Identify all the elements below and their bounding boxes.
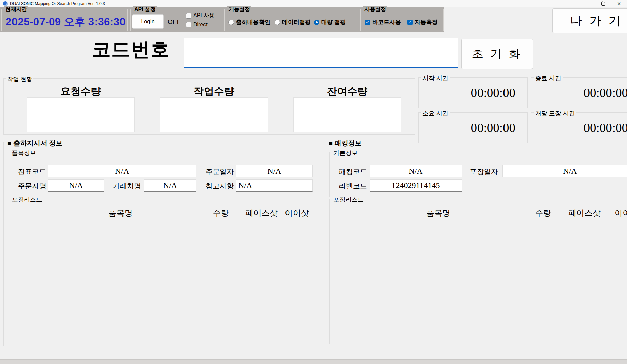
basic-info-legend: 기본정보 [332,149,359,157]
barcode-use-checkbox-row[interactable]: ✓ 바코드사용 [365,18,401,26]
item-info-legend: 품목정보 [10,149,37,157]
minimize-button[interactable] [580,0,595,7]
end-time-value: 00:00:00 [583,86,627,100]
end-time-legend: 종료 시간 [534,74,563,82]
maximize-button[interactable] [595,0,611,7]
order-date-label: 주문일자 [202,167,234,176]
app-window: DUALSONIC Mapping Or Search Program Ver.… [0,0,627,364]
per-item-packing-time-legend: 개당 포장 시간 [534,109,576,117]
remarks-label: 참고사항 [202,181,234,191]
current-time-group: 현재시간 2025-07-09 오후 3:36:30 [1,9,128,31]
worked-qty-header: 작업수량 [160,85,268,98]
remaining-qty-header: 잔여수량 [293,85,401,98]
customer-name-value[interactable]: N/A [144,179,196,192]
work-status-legend: 작업 현황 [6,75,33,83]
elapsed-time-legend: 소요 시간 [421,109,450,117]
api-use-label: API 사용 [193,12,214,19]
remaining-qty-box[interactable] [293,97,401,132]
radio-data-mapping-icon[interactable] [275,20,280,25]
app-icon [3,1,8,6]
elapsed-time-group: 소요 시간 00:00:00 [418,112,528,143]
shipping-col-qty: 수량 [208,208,234,218]
per-item-packing-time-group: 개당 포장 시간 00:00:00 [531,112,627,143]
login-button[interactable]: Login [132,14,164,29]
close-icon: ✕ [617,1,621,6]
window-title: DUALSONIC Mapping Or Search Program Ver.… [10,1,105,6]
packing-info-title: ■ 패킹정보 [327,139,363,148]
direct-checkbox-row[interactable]: ✓ Direct [186,22,208,28]
orderer-name-label: 주문자명 [11,181,46,191]
close-button[interactable]: ✕ [611,0,627,7]
text-caret [321,41,321,63]
shipping-info-title: ■ 출하지시서 정보 [6,139,64,148]
direct-checkbox[interactable]: ✓ [186,22,191,27]
item-info-group: 품목정보 전표코드 N/A 주문일자 N/A 주문자명 N/A 거래처명 N/A… [8,152,316,197]
shipping-col-item-name: 품목명 [61,208,180,218]
packing-col-face-shot: 페이스샷 [568,208,600,218]
usage-settings-legend: 사용설정 [363,6,387,13]
restore-icon [601,2,605,6]
radio-bulk-mapping-icon[interactable] [314,20,319,25]
slip-code-value[interactable]: N/A [48,165,196,177]
shipping-col-eye-shot: 아이샷 [283,208,310,218]
basic-info-group: 기본정보 패킹코드 N/A 포장일자 N/A 라벨코드 124029114145 [329,152,627,197]
reset-button[interactable]: 초 기 화 [461,39,533,69]
shipping-col-face-shot: 페이스샷 [245,208,277,218]
radio-bulk-mapping-label: 대량 맵핑 [321,18,346,26]
auto-measure-label: 자동측정 [415,18,438,26]
radio-shipping-check-icon[interactable] [228,20,234,25]
orderer-name-value[interactable]: N/A [48,179,104,192]
api-use-checkbox[interactable]: ✓ [186,13,191,19]
api-settings-group: API 설정 Login OFF ✓ API 사용 ✓ Direct [130,9,222,31]
shipping-packing-list-group: 포장리스트 품목명 수량 페이스샷 아이샷 [8,199,316,344]
packing-packing-list-body[interactable] [333,219,627,340]
order-date-value[interactable]: N/A [236,165,313,177]
slip-code-label: 전표코드 [11,167,46,176]
current-time-value: 2025-07-09 오후 3:36:30 [6,15,126,29]
customer-name-label: 거래처명 [107,181,141,191]
usage-settings-group: 사용설정 ✓ 바코드사용 ✓ 자동측정 [360,9,444,31]
elapsed-time-value: 00:00:00 [471,121,515,135]
minimize-icon [586,4,590,4]
auto-measure-checkbox-row[interactable]: ✓ 자동측정 [407,18,438,26]
direct-label: Direct [193,22,208,28]
start-time-group: 시작 시간 00:00:00 [418,77,528,108]
packing-packing-list-group: 포장리스트 품목명 수량 페이스샷 아이샷 [329,199,627,344]
shipping-packing-list-legend: 포장리스트 [10,195,44,204]
packing-code-value[interactable]: N/A [370,165,462,177]
radio-shipping-check[interactable]: 출하내용확인 [228,18,270,26]
packing-date-label: 포장일자 [466,167,498,176]
packing-code-label: 패킹코드 [332,167,367,176]
start-time-legend: 시작 시간 [421,74,450,82]
api-status-text: OFF [168,18,181,26]
api-use-checkbox-row[interactable]: ✓ API 사용 [186,12,214,19]
radio-data-mapping-label: 데이터맵핑 [282,18,311,26]
function-settings-legend: 기능설정 [227,6,251,13]
radio-data-mapping[interactable]: 데이터맵핑 [275,18,311,26]
exit-button-label: 나 가 기 [570,12,623,29]
radio-shipping-check-label: 출하내용확인 [236,18,270,26]
barcode-use-label: 바코드사용 [372,18,401,26]
requested-qty-header: 요청수량 [27,85,135,98]
api-settings-legend: API 설정 [133,6,157,13]
packing-col-item-name: 품목명 [379,208,497,218]
remarks-value[interactable]: N/A [236,179,313,192]
current-time-legend: 현재시간 [4,6,28,13]
packing-packing-list-legend: 포장리스트 [332,195,365,204]
barcode-use-checkbox[interactable]: ✓ [365,20,370,25]
exit-button[interactable]: 나 가 기 [552,8,627,33]
shipping-packing-list-body[interactable] [11,219,312,340]
packing-col-eye-shot: 아이샷 [611,208,627,218]
window-bottom-edge [0,359,627,364]
packing-col-qty: 수량 [530,208,556,218]
title-bar: DUALSONIC Mapping Or Search Program Ver.… [0,0,627,7]
radio-bulk-mapping[interactable]: 대량 맵핑 [314,18,346,26]
worked-qty-box[interactable] [160,97,268,132]
auto-measure-checkbox[interactable]: ✓ [407,20,413,25]
packing-date-value[interactable]: N/A [502,165,627,177]
login-button-label: Login [141,19,154,25]
label-code-label: 라벨코드 [332,181,367,191]
requested-qty-box[interactable] [27,97,135,132]
label-code-value[interactable]: 124029114145 [370,179,462,192]
packing-info-section: ■ 패킹정보 기본정보 패킹코드 N/A 포장일자 N/A 라벨코드 12402… [325,142,627,346]
